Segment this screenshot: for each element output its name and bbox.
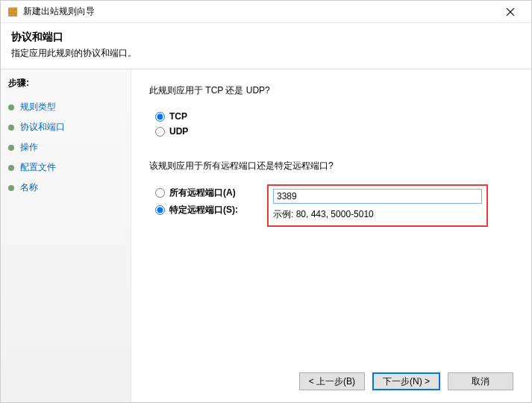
steps-sidebar: 步骤: 规则类型 协议和端口 操作 配置文件 名称 <box>1 69 131 402</box>
wizard-window: 新建出站规则向导 协议和端口 指定应用此规则的协议和端口。 步骤: 规则类型 协… <box>0 0 532 403</box>
firewall-icon <box>7 6 19 18</box>
radio-udp[interactable] <box>155 127 165 137</box>
question-port-scope: 该规则应用于所有远程端口还是特定远程端口? <box>149 160 513 172</box>
page-title: 协议和端口 <box>11 31 521 44</box>
step-bullet-icon <box>8 125 14 131</box>
step-protocol-port[interactable]: 协议和端口 <box>8 117 123 137</box>
port-scope-radio-group: 所有远程端口(A) 特定远程端口(S): <box>155 184 267 219</box>
radio-all-ports-row[interactable]: 所有远程端口(A) <box>155 184 267 202</box>
step-action[interactable]: 操作 <box>8 137 123 157</box>
step-name[interactable]: 名称 <box>8 178 123 198</box>
page-header: 协议和端口 指定应用此规则的协议和端口。 <box>1 23 531 63</box>
cancel-button[interactable]: 取消 <box>448 372 513 390</box>
step-bullet-icon <box>8 185 14 191</box>
step-rule-type[interactable]: 规则类型 <box>8 97 123 117</box>
close-button[interactable] <box>495 1 525 22</box>
next-button[interactable]: 下一步(N) > <box>372 372 440 390</box>
step-label: 规则类型 <box>20 101 56 113</box>
body: 步骤: 规则类型 协议和端口 操作 配置文件 名称 此规 <box>1 69 531 402</box>
window-title: 新建出站规则向导 <box>23 5 495 18</box>
wizard-footer: < 上一步(B) 下一步(N) > 取消 <box>299 372 513 390</box>
step-label: 名称 <box>20 181 38 194</box>
port-input-highlight: 示例: 80, 443, 5000-5010 <box>267 184 488 227</box>
steps-header: 步骤: <box>8 77 123 90</box>
port-input[interactable] <box>273 189 482 204</box>
radio-tcp[interactable] <box>155 112 165 122</box>
protocol-radio-group: TCP UDP <box>155 109 513 139</box>
port-example-text: 示例: 80, 443, 5000-5010 <box>273 208 482 221</box>
step-bullet-icon <box>8 104 14 110</box>
close-icon <box>507 8 514 16</box>
radio-specific-ports[interactable] <box>155 205 165 215</box>
radio-udp-label: UDP <box>169 126 188 137</box>
step-label: 配置文件 <box>20 161 56 174</box>
content-panel: 此规则应用于 TCP 还是 UDP? TCP UDP 该规则应用于所有远程端口还… <box>131 69 531 402</box>
radio-tcp-label: TCP <box>169 111 187 122</box>
radio-specific-ports-label: 特定远程端口(S): <box>169 204 238 216</box>
question-protocol: 此规则应用于 TCP 还是 UDP? <box>149 84 513 97</box>
step-profile[interactable]: 配置文件 <box>8 157 123 178</box>
radio-udp-row[interactable]: UDP <box>155 124 513 139</box>
step-bullet-icon <box>8 165 14 171</box>
step-bullet-icon <box>8 145 14 151</box>
radio-specific-ports-row[interactable]: 特定远程端口(S): <box>155 202 267 219</box>
radio-tcp-row[interactable]: TCP <box>155 109 513 124</box>
radio-all-ports[interactable] <box>155 188 165 198</box>
back-button[interactable]: < 上一步(B) <box>299 372 365 390</box>
radio-all-ports-label: 所有远程端口(A) <box>169 187 236 199</box>
port-section: 该规则应用于所有远程端口还是特定远程端口? 所有远程端口(A) 特定远程端口(S… <box>149 160 513 227</box>
step-label: 协议和端口 <box>20 121 65 134</box>
titlebar: 新建出站规则向导 <box>1 1 531 23</box>
page-subtitle: 指定应用此规则的协议和端口。 <box>11 47 521 60</box>
step-label: 操作 <box>20 141 38 154</box>
